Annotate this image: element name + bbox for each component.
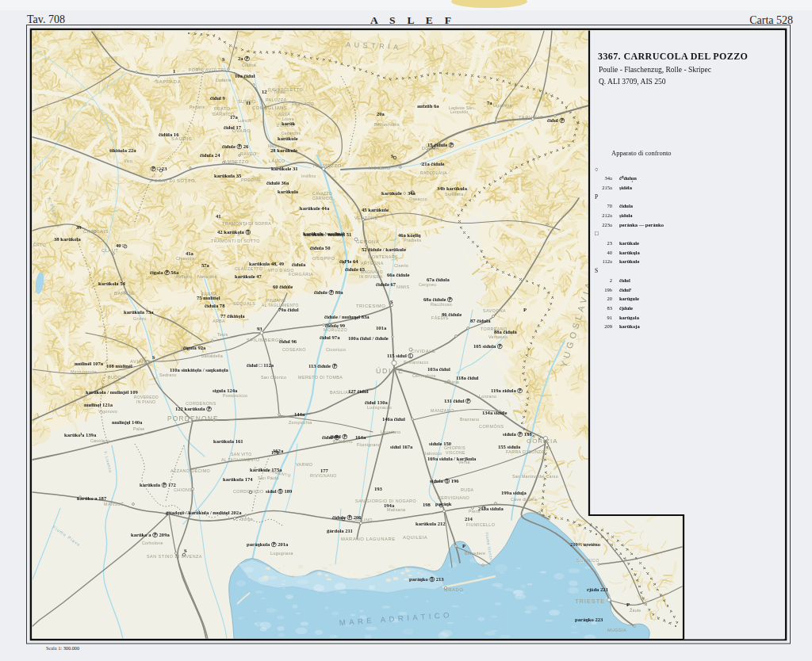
svg-text:karûkoja: karûkoja [619,323,640,329]
svg-text:198: 198 [423,502,431,507]
svg-text:Q. ALI 3709, AIS 250: Q. ALI 3709, AIS 250 [599,78,666,86]
svg-text:Belvedere: Belvedere [465,551,485,556]
svg-text:CHIONS: CHIONS [174,487,192,492]
svg-text:Poulie - Flaschenzug, Rolle -: Poulie - Flaschenzug, Rolle - Skripec [599,66,711,74]
svg-text:COMEGLIANS: COMEGLIANS [252,105,287,110]
svg-text:šikińola 22a: šikińola 22a [109,147,136,153]
svg-text:34a: 34a [605,175,613,181]
svg-text:MANZANO: MANZANO [431,408,454,413]
svg-text:Bêvorchidns: Bêvorchidns [374,122,400,127]
svg-text:CERVIGNANO: CERVIGNANO [438,495,469,500]
svg-text:77 čikińǫla: 77 čikińǫla [220,313,245,319]
svg-text:○: ○ [595,166,599,173]
svg-text:karûkula 161: karûkula 161 [213,438,243,444]
svg-text:PRATO: PRATO [214,106,230,111]
svg-text:karûkola 54: karûkola 54 [98,281,126,286]
svg-text:11: 11 [246,100,251,105]
svg-text:karûkoˑa Ⓟ 209a: karûkoˑa Ⓟ 209a [131,532,170,538]
svg-text:IN RIVIERA: IN RIVIERA [359,274,383,279]
svg-text:Oseacco: Oseacco [409,197,427,201]
svg-text:RAVEO: RAVEO [240,151,256,156]
svg-text:88a čidula: 88a čidula [494,329,517,334]
svg-text:čidula 78: čidula 78 [205,303,225,308]
svg-text:2: 2 [610,277,612,283]
svg-text:karûkule 44a: karûkule 44a [300,205,330,211]
svg-text:čidul 97a: čidul 97a [320,334,340,340]
svg-text:čidul Ⓟ: čidul Ⓟ [322,434,340,441]
svg-text:AQUILEIA: AQUILEIA [403,535,427,540]
svg-text:MARANO LAGUNARE: MARANO LAGUNARE [341,537,396,541]
svg-text:karûkale: karûkale [619,240,639,246]
svg-text:Lavariano: Lavariano [381,430,400,434]
svg-text:38 karûkola: 38 karûkola [54,236,82,242]
svg-text:Grizzo: Grizzo [133,316,147,321]
svg-text:Pesáris: Pesáris [190,105,205,109]
svg-text:67a čidula: 67a čidula [427,277,450,282]
svg-text:12: 12 [262,89,267,94]
svg-text:VENZONE: VENZONE [354,216,378,220]
svg-text:113 čidule Ⓟ: 113 čidule Ⓟ [308,363,338,369]
svg-text:sidul 167a: sidul 167a [390,444,413,449]
svg-text:144a: 144a [294,411,305,417]
svg-text:karûkule: karûkule [278,136,298,141]
svg-text:IN PIANO: IN PIANO [136,399,155,404]
svg-text:RUDA: RUDA [461,487,474,492]
svg-text:209: 209 [604,323,612,329]
svg-text:Palse: Palse [133,426,145,431]
svg-text:TRAMONTI DI SOPRA: TRAMONTI DI SOPRA [222,221,271,226]
svg-text:A S L E F: A S L E F [370,14,456,26]
svg-text:34b karûkula: 34b karûkula [437,185,468,191]
svg-text:čidul 17: čidul 17 [224,124,242,130]
svg-text:41: 41 [216,213,221,219]
svg-text:103a čidul: 103a čidul [427,366,450,372]
svg-text:70: 70 [607,203,613,208]
svg-text:čidulê 36a: čidulê 36a [266,180,289,185]
svg-text:3367. CARRUCOLA DEL POZZO: 3367. CARRUCOLA DEL POZZO [598,51,748,62]
svg-text:Scala 1: 300.000: Scala 1: 300.000 [46,645,79,651]
svg-text:MANSUĖ: MANSUĖ [104,502,124,506]
svg-text:□: □ [595,230,599,237]
svg-text:čidule Ⓟ 80a: čidule Ⓟ 80a [314,289,343,296]
svg-text:karûk: karûk [282,120,296,126]
svg-text:ṣidéla: ṣidéla [619,185,633,190]
svg-text:193: 193 [374,486,383,491]
svg-text:ÚDINE: ÚDINE [376,367,404,375]
svg-text:LÁUCO: LÁUCO [269,159,285,163]
svg-text:CLAUT: CLAUT [102,248,118,253]
svg-text:MONTENARS: MONTENARS [368,254,398,259]
svg-text:20: 20 [607,296,613,301]
svg-text:čidule Ⓟ 206: čidule Ⓟ 206 [332,514,362,521]
svg-text:čidul 130a: čidul 130a [365,399,388,405]
svg-text:101a: 101a [376,325,387,330]
svg-text:VARMO: VARMO [296,462,312,467]
svg-text:87 čidula: 87 čidula [470,318,491,323]
svg-text:FORGÁRIA: FORGÁRIA [289,272,313,277]
svg-text:MUGGIA: MUGGIA [607,628,626,632]
svg-text:FARRA D'ISONZO: FARRA D'ISONZO [506,449,545,454]
svg-text:100a čidul / čidule: 100a čidul / čidule [348,335,389,341]
svg-text:Racchiuso: Racchiuso [431,302,452,307]
svg-text:PAULARO: PAULARO [292,101,314,106]
svg-text:TARVISIO: TARVISIO [519,115,544,120]
svg-text:TOLMEZZO: TOLMEZZO [312,163,342,168]
svg-text:karûkola / mulinjél 109: karûkola / mulinjél 109 [86,389,138,395]
svg-text:čidüla 16: čidüla 16 [159,132,179,137]
svg-text:AVIANO: AVIANO [130,359,150,364]
svg-text:42 karûkǫla Ⓢ: 42 karûkǫla Ⓢ [217,229,251,235]
svg-text:41a: 41a [186,250,194,256]
svg-text:karûgola: karûgola [619,315,640,320]
svg-text:17a: 17a [230,114,239,120]
svg-text:Postoncicco: Postoncicco [223,393,247,398]
svg-text:CIMOLAIS: CIMOLAIS [83,229,109,234]
svg-text:Cergneu: Cergneu [419,282,436,287]
svg-text:čidule 67: čidule 67 [376,281,396,287]
svg-text:PORDENONE: PORDENONE [167,415,219,422]
svg-text:46a kôęliŋ: 46a kôęliŋ [398,232,421,238]
svg-text:karûkula 212: karûkula 212 [416,521,446,526]
svg-text:MERETO DI TOMBA: MERETO DI TOMBA [298,375,343,380]
svg-text:karûkula 73a: karûkula 73a [124,309,154,315]
svg-text:CORMÒNS: CORMÒNS [479,424,504,429]
svg-text:45 karúkule: 45 karúkule [362,207,389,212]
svg-text:PALUZZA: PALUZZA [266,97,287,102]
svg-text:SAVOGNA: SAVOGNA [483,308,506,313]
